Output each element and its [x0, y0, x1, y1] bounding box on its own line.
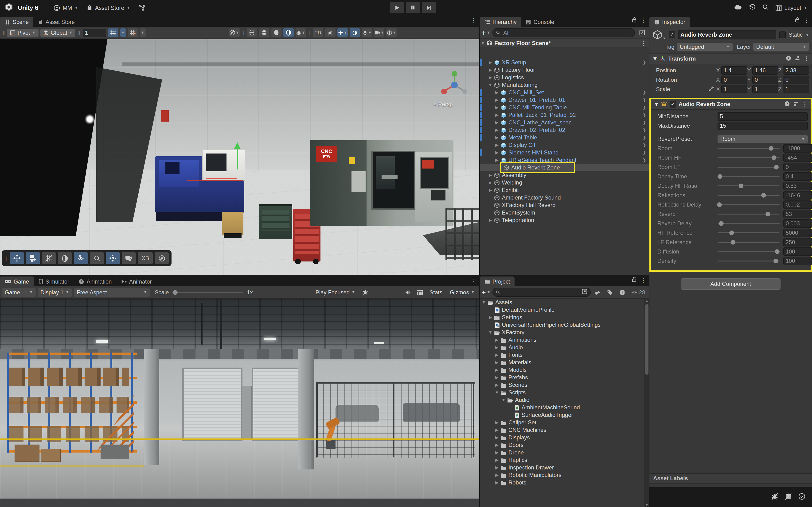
tab-inspector[interactable]: Inspector — [649, 17, 690, 27]
compass-icon[interactable] — [155, 252, 169, 264]
project-item-ambientmachinesound[interactable]: #AmbientMachineSound — [480, 404, 649, 411]
expander-icon[interactable]: ▶ — [487, 315, 493, 320]
expander-icon[interactable]: ▶ — [494, 135, 500, 140]
transform-rotation-x-field[interactable]: 0 — [721, 75, 747, 84]
expander-icon[interactable]: ▶ — [494, 428, 500, 432]
gizmos-dropdown[interactable]: Gizmos▼ — [447, 288, 477, 296]
transform-scale-y-field[interactable]: 1 — [752, 85, 778, 94]
pause-button[interactable] — [406, 2, 420, 13]
game-menu-icon[interactable]: ⋮ — [471, 277, 476, 283]
expander-icon[interactable]: ▼ — [500, 398, 507, 402]
effects-dropdown[interactable]: ▼ — [338, 28, 348, 37]
expander-icon[interactable]: ▶ — [487, 60, 493, 65]
transform-foldout[interactable]: ▼ — [652, 55, 657, 62]
reverb-enabled-checkbox[interactable]: ✓ — [670, 101, 676, 108]
slider-track[interactable] — [718, 251, 779, 252]
scene-viewport[interactable]: CNCFTW < Persp — [0, 39, 479, 275]
expander-icon[interactable]: ▶ — [494, 128, 500, 132]
hierarchy-create-dropdown[interactable]: +▼ — [481, 29, 490, 37]
expander-icon[interactable]: ▶ — [494, 450, 500, 455]
transform-position-y-field[interactable]: 1.46 — [752, 66, 778, 75]
prefab-open-chevron-icon[interactable]: ❯ — [643, 98, 646, 102]
project-item-models[interactable]: ▶Models — [480, 366, 649, 374]
tab-project[interactable]: Project — [480, 277, 515, 286]
scene-menu-icon[interactable]: ⋮ — [471, 17, 476, 23]
expander-icon[interactable]: ▶ — [494, 435, 500, 440]
center-tool-icon[interactable] — [106, 252, 120, 264]
slider-value-field[interactable]: 5000 — [783, 229, 812, 237]
project-item-universalrenderpipelineglobalsettings[interactable]: UniversalRenderPipelineGlobalSettings — [480, 321, 649, 329]
cache-disabled-icon[interactable] — [785, 493, 792, 501]
compile-status-icon[interactable] — [798, 493, 805, 501]
slider-track[interactable] — [718, 261, 779, 262]
expander-icon[interactable]: ▶ — [494, 143, 500, 148]
expander-icon[interactable]: ▶ — [487, 188, 493, 192]
project-item-robotic-manipulators[interactable]: ▶Robotic Manipulators — [480, 471, 649, 479]
scene-camera-settings-dropdown[interactable]: ▼ — [386, 28, 397, 37]
slider-value-field[interactable]: 0.4 — [783, 172, 812, 181]
gameobject-name-field[interactable]: Audio Reverb Zone — [678, 30, 776, 40]
expander-icon[interactable]: ▼ — [494, 390, 500, 395]
prefab-open-chevron-icon[interactable]: ❯ — [643, 90, 646, 95]
add-component-button[interactable]: Add Component — [681, 278, 780, 290]
expander-icon[interactable]: ▼ — [487, 82, 493, 87]
pivot-dropdown[interactable]: Pivot▼ — [7, 29, 38, 37]
expander-icon[interactable]: ▶ — [494, 90, 500, 95]
tool-settings-icon[interactable] — [26, 252, 40, 264]
project-item-drone[interactable]: ▶Drone — [480, 449, 649, 456]
expander-icon[interactable]: ▶ — [494, 338, 500, 342]
transform-kebab-icon[interactable]: ⋮ — [804, 55, 809, 62]
history-icon[interactable] — [749, 3, 756, 12]
xb-button[interactable]: XB — [138, 252, 153, 264]
hierarchy-item-xr-setup[interactable]: ▶XR Setup❯ — [480, 59, 649, 66]
prefab-open-chevron-icon[interactable]: ❯ — [643, 143, 646, 148]
active-checkbox[interactable]: ✓ — [669, 32, 675, 38]
2d-toggle[interactable]: 2D — [313, 28, 323, 37]
prefab-open-chevron-icon[interactable]: ❯ — [643, 158, 646, 162]
cloud-icon[interactable] — [734, 4, 742, 11]
hierarchy-lock-icon[interactable] — [631, 17, 637, 24]
layout-menu[interactable]: Layout▼ — [775, 4, 807, 11]
slider-value-field[interactable]: 250 — [783, 238, 812, 246]
slider-track[interactable] — [718, 167, 779, 168]
expander-icon[interactable]: ▶ — [494, 368, 500, 372]
game-debug-icon[interactable] — [360, 288, 370, 297]
hierarchy-menu-icon[interactable]: ⋮ — [641, 17, 646, 24]
gameobject-icon-dropdown[interactable]: ▼ — [652, 30, 666, 40]
step-button[interactable] — [422, 2, 436, 13]
expander-icon[interactable]: ▼ — [481, 300, 487, 305]
expander-icon[interactable]: ▶ — [494, 360, 500, 365]
transform-scale-z-field[interactable]: 1 — [783, 85, 809, 94]
scene-search-icon[interactable] — [90, 252, 104, 264]
expander-icon[interactable]: ▶ — [494, 120, 500, 125]
hierarchy-item-cnc-mill-tending-table[interactable]: ▶CNC Mill Tending Table❯ — [480, 104, 649, 111]
prefab-open-chevron-icon[interactable]: ❯ — [643, 135, 646, 140]
slider-handle[interactable] — [761, 193, 766, 198]
slider-handle[interactable] — [774, 165, 779, 169]
overlays-dropdown[interactable]: ▼ — [362, 28, 372, 37]
static-checkbox[interactable] — [779, 32, 786, 38]
expander-icon[interactable]: ▶ — [487, 218, 493, 223]
game-viewport[interactable] — [0, 298, 479, 507]
hierarchy-item-cnc-mill-set[interactable]: ▶CNC_Mill_Set❯ — [480, 89, 649, 96]
slider-handle[interactable] — [772, 155, 776, 160]
grid-snap-icon[interactable]: Y — [108, 28, 118, 37]
hierarchy-item-welding[interactable]: ▶Welding — [480, 179, 649, 186]
persp-label[interactable]: < Persp — [433, 101, 453, 108]
project-item-xfactory[interactable]: ▼XFactory — [480, 329, 649, 336]
prefab-open-chevron-icon[interactable]: ❯ — [643, 105, 646, 110]
slider-track[interactable] — [718, 223, 779, 224]
expander-icon[interactable]: ▶ — [494, 458, 500, 462]
expander-icon[interactable]: ▶ — [487, 75, 493, 80]
expander-icon[interactable]: ▶ — [487, 180, 493, 185]
project-item-defaultvolumeprofile[interactable]: DefaultVolumeProfile — [480, 306, 649, 314]
tab-console[interactable]: Console — [521, 17, 559, 27]
reverb-help-icon[interactable]: ? — [784, 101, 790, 108]
hierarchy-item-factory-floor[interactable]: ▶Factory Floor — [480, 66, 649, 74]
slider-value-field[interactable]: 0 — [783, 163, 812, 171]
slider-handle[interactable] — [717, 202, 722, 207]
display-dropdown[interactable]: Display 1▼ — [38, 288, 72, 296]
play-focused-dropdown[interactable]: Play Focused▼ — [313, 288, 358, 296]
asset-store-menu[interactable]: Asset Store▼ — [87, 4, 131, 11]
debug-bug-dropdown[interactable]: ▼ — [296, 28, 306, 37]
